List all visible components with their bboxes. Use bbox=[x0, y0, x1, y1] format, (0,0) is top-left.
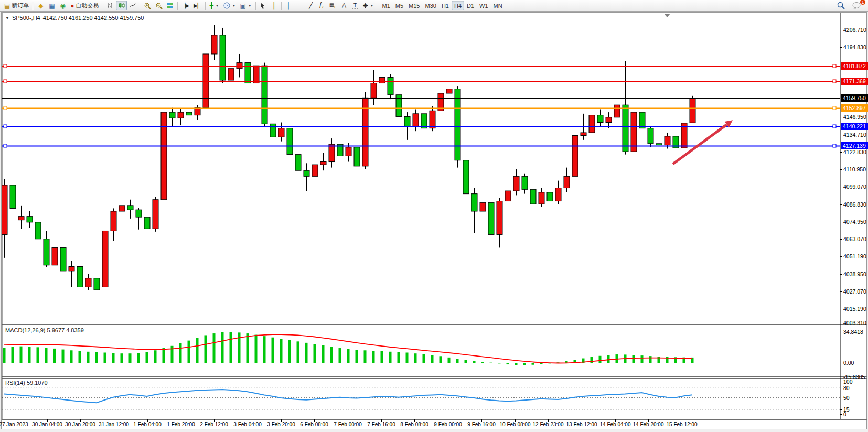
timeframe-button-D1[interactable]: D1 bbox=[464, 1, 477, 10]
channel-icon: ▦F bbox=[329, 3, 337, 9]
time-axis-label: 9 Feb 16:00 bbox=[467, 422, 495, 427]
toolbar-right-group: 1 bbox=[835, 1, 866, 10]
vertical-line-tool[interactable]: │ bbox=[283, 1, 294, 10]
symbol-dropdown-icon[interactable]: ▼ bbox=[5, 16, 9, 20]
rsi-tick-label: 0 bbox=[843, 412, 846, 417]
time-axis-label: 6 Feb 08:00 bbox=[300, 422, 328, 427]
periods-button[interactable]: ▼ bbox=[221, 1, 238, 10]
timeframe-button-M1[interactable]: M1 bbox=[380, 1, 393, 10]
chart-shift-button[interactable]: ▶▏ bbox=[191, 1, 203, 10]
price-tick-mark bbox=[840, 135, 842, 135]
notification-badge: 1 bbox=[860, 0, 866, 5]
zoom-in-button[interactable] bbox=[142, 1, 153, 10]
fibonacci-tool[interactable]: ƒE bbox=[316, 1, 327, 10]
time-axis-label: 1 Feb 04:00 bbox=[133, 422, 161, 427]
crosshair-icon: ┼ bbox=[272, 3, 276, 9]
price-tick-mark bbox=[840, 152, 842, 153]
signals-button[interactable]: ◉ bbox=[57, 1, 68, 10]
toolbar-separator bbox=[378, 2, 378, 10]
price-tick-mark bbox=[840, 47, 842, 48]
price-tick-label: 4122.830 bbox=[843, 149, 866, 155]
timeframe-button-W1[interactable]: W1 bbox=[477, 1, 491, 10]
current-price-badge: 4159.750 bbox=[841, 94, 868, 102]
trendline-tool[interactable]: ╱ bbox=[305, 1, 316, 10]
timeframe-button-M5[interactable]: M5 bbox=[393, 1, 406, 10]
timeframe-button-H1[interactable]: H1 bbox=[439, 1, 452, 10]
new-order-label: 新订单 bbox=[12, 2, 29, 9]
new-order-button[interactable]: ▤ 新订单 bbox=[2, 1, 31, 10]
channel-tool[interactable]: ▦F bbox=[327, 1, 339, 10]
price-tick-label: 4015.190 bbox=[843, 306, 866, 312]
add-indicator-button[interactable]: ╋▼ bbox=[207, 1, 221, 10]
panel-separator[interactable] bbox=[2, 376, 867, 377]
price-tick-label: 4038.950 bbox=[843, 271, 866, 277]
autotrading-button[interactable]: ● 自动交易 bbox=[68, 1, 101, 10]
tile-windows-icon bbox=[167, 2, 174, 9]
price-tick-label: 4194.830 bbox=[843, 44, 866, 50]
timeframe-button-M30[interactable]: M30 bbox=[422, 1, 438, 10]
time-axis-label: 13 Feb 12:00 bbox=[566, 422, 597, 427]
price-tick-mark bbox=[840, 187, 842, 187]
search-button[interactable] bbox=[835, 1, 847, 10]
terminal-button[interactable]: ▦ bbox=[46, 1, 57, 10]
timeframe-bar: M1M5M15M30H1H4D1W1MN bbox=[380, 1, 505, 10]
price-tick-mark bbox=[840, 30, 842, 30]
text-tool[interactable]: A bbox=[339, 1, 350, 10]
timeframe-button-MN[interactable]: MN bbox=[491, 1, 505, 10]
macd-indicator-label: MACD(12,26,9) 5.9677 4.8359 bbox=[5, 327, 84, 333]
toolbar-separator bbox=[255, 2, 256, 10]
panel-separator[interactable] bbox=[2, 326, 867, 326]
templates-icon: ▣ bbox=[240, 3, 245, 9]
time-axis-label: 14 Feb 04:00 bbox=[600, 422, 631, 427]
window-bottom-strip bbox=[0, 429, 868, 432]
price-tick-label: 4003.310 bbox=[843, 320, 866, 326]
chart-shift-icon: ▶▏ bbox=[194, 3, 201, 8]
main-toolbar: ▤ 新订单 ◆ ▦ ◉ ● 自动交易 ▕▶ ▶▏ bbox=[0, 0, 868, 12]
price-tick-mark bbox=[840, 222, 842, 222]
auto-scroll-button[interactable]: ▕▶ bbox=[179, 1, 191, 10]
market-watch-button[interactable]: ◆ bbox=[35, 1, 46, 10]
crosshair-tool-button[interactable]: ┼ bbox=[269, 1, 280, 10]
price-tick-label: 4099.070 bbox=[843, 183, 866, 190]
panel-separator[interactable] bbox=[2, 324, 867, 325]
level-price-badge: 4152.897 bbox=[841, 104, 868, 112]
zoom-out-button[interactable] bbox=[153, 1, 165, 10]
toolbar-grip bbox=[32, 2, 34, 10]
line-chart-icon bbox=[129, 2, 136, 9]
text-label-tool[interactable]: T bbox=[350, 1, 361, 10]
price-tick-mark bbox=[840, 239, 842, 240]
price-tick-label: 4110.950 bbox=[843, 166, 866, 172]
line-chart-button[interactable] bbox=[127, 1, 138, 10]
timeframe-button-M15[interactable]: M15 bbox=[406, 1, 422, 10]
macd-tick-label: 34.8418 bbox=[843, 329, 863, 335]
candlestick-chart-icon bbox=[118, 2, 125, 9]
tile-windows-button[interactable] bbox=[165, 1, 176, 10]
templates-button[interactable]: ▣▼ bbox=[238, 1, 253, 10]
timeframe-button-H4[interactable]: H4 bbox=[452, 1, 464, 10]
price-tick-label: 4206.710 bbox=[843, 27, 866, 33]
price-tick-label: 4063.070 bbox=[843, 236, 866, 242]
panel-separator[interactable] bbox=[2, 378, 867, 379]
time-axis-border bbox=[2, 419, 867, 420]
candlestick-chart-button[interactable] bbox=[116, 1, 127, 10]
macd-tick-mark bbox=[840, 377, 842, 377]
bar-chart-button[interactable] bbox=[105, 1, 116, 10]
chart-window[interactable] bbox=[1, 12, 867, 430]
price-tick-mark bbox=[840, 169, 842, 170]
chevron-down-icon: ▼ bbox=[216, 4, 219, 7]
horizontal-line-tool[interactable]: ─ bbox=[294, 1, 305, 10]
rsi-tick-label: 100 bbox=[843, 379, 853, 385]
price-tick-mark bbox=[840, 274, 842, 275]
chat-button[interactable]: 1 bbox=[850, 1, 863, 10]
time-axis-label: 12 Feb 23:00 bbox=[533, 422, 564, 427]
cursor-tool-button[interactable] bbox=[258, 1, 269, 10]
time-axis-label: 30 Jan 04:00 bbox=[32, 422, 62, 427]
arrows-tool[interactable]: ✥▼ bbox=[361, 1, 376, 10]
zoom-out-icon bbox=[155, 2, 163, 9]
time-axis-label: 3 Feb 20:00 bbox=[267, 422, 295, 427]
level-price-badge: 4181.872 bbox=[841, 62, 868, 70]
price-tick-mark bbox=[840, 309, 842, 309]
price-tick-label: 4027.070 bbox=[843, 288, 866, 295]
autotrading-label: 自动交易 bbox=[76, 2, 99, 9]
time-axis-label: 7 Feb 00:00 bbox=[334, 422, 361, 427]
